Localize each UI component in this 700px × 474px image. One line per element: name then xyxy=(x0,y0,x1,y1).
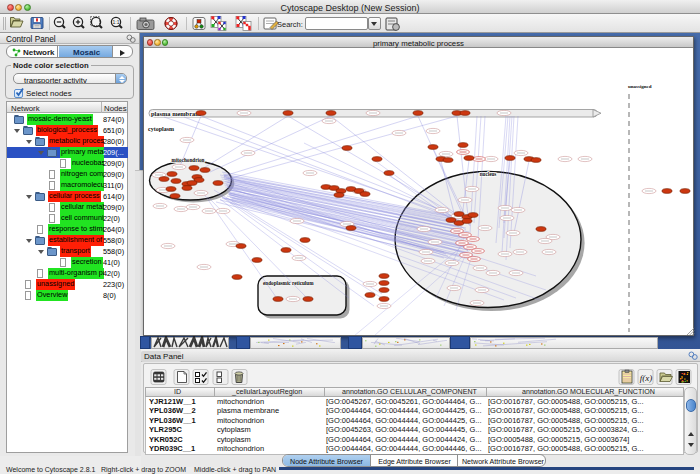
svg-text:cytoplasm: cytoplasm xyxy=(148,126,174,132)
svg-text:f(x): f(x) xyxy=(640,373,653,383)
svg-text:unassigned: unassigned xyxy=(628,84,652,89)
svg-text:1:1: 1:1 xyxy=(113,19,120,25)
svg-text:mitochondrion: mitochondrion xyxy=(172,157,205,163)
svg-text:plasma membrane: plasma membrane xyxy=(151,110,202,117)
svg-text:endoplasmic reticulum: endoplasmic reticulum xyxy=(263,280,314,286)
